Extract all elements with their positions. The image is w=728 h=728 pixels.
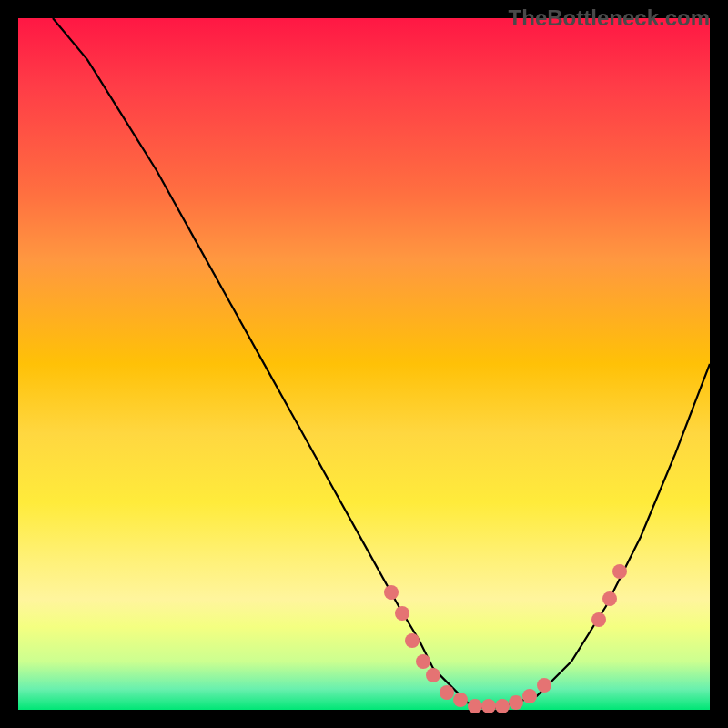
highlight-dot — [522, 689, 537, 703]
bottleneck-curve — [53, 18, 710, 710]
highlight-dot — [509, 695, 523, 710]
curve-layer — [18, 18, 710, 710]
plot-area — [18, 18, 710, 710]
watermark-text: TheBottleneck.com — [509, 5, 710, 31]
chart-container: TheBottleneck.com — [0, 0, 728, 728]
highlight-dot — [416, 654, 430, 669]
highlight-dot — [426, 668, 440, 682]
highlight-dot — [495, 699, 510, 713]
highlight-dot — [468, 699, 482, 713]
highlight-dot — [395, 606, 410, 621]
highlight-dot — [592, 612, 606, 627]
highlight-dot — [612, 564, 627, 579]
highlight-dot — [481, 699, 496, 713]
highlight-dot — [602, 592, 617, 606]
highlight-dot — [453, 693, 468, 707]
highlight-dot — [384, 585, 399, 600]
highlight-dot — [405, 633, 420, 648]
highlight-dot — [440, 685, 454, 700]
highlight-dot — [537, 678, 551, 693]
